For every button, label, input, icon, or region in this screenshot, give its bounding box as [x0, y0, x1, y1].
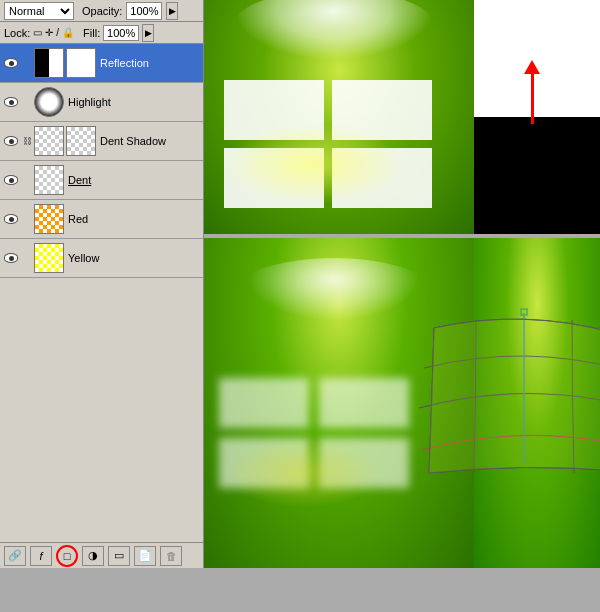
layer-thumb-dent [34, 165, 64, 195]
eye-icon-yellow[interactable] [4, 253, 18, 263]
thumb-area-highlight [34, 87, 64, 117]
chain-icon-dent-shadow: ⛓ [23, 136, 32, 146]
reflection-arc [234, 0, 434, 60]
layer-item-highlight[interactable]: Highlight [0, 83, 203, 122]
bl-yellow-glow [224, 438, 384, 508]
bl-square-2 [319, 378, 409, 428]
link-col-dent-shadow: ⛓ [20, 136, 34, 146]
layer-thumb-yellow [34, 243, 64, 273]
eye-col-highlight [2, 97, 20, 107]
arrow-head [524, 60, 540, 74]
canvas-bottom-right [474, 238, 600, 568]
link-layers-btn[interactable]: 🔗 [4, 546, 26, 566]
layer-thumb-reflection-main [66, 48, 96, 78]
eye-icon-dent-shadow[interactable] [4, 136, 18, 146]
lock-brush-icon[interactable]: / [56, 27, 59, 38]
fill-label: Fill: [83, 27, 100, 39]
delete-layer-btn[interactable]: 🗑 [160, 546, 182, 566]
fx-btn[interactable]: f [30, 546, 52, 566]
eye-icon-highlight[interactable] [4, 97, 18, 107]
adjustment-btn[interactable]: ◑ [82, 546, 104, 566]
eye-icon-reflection[interactable] [4, 58, 18, 68]
opacity-arrow-btn[interactable]: ▶ [166, 2, 178, 20]
fill-arrow-btn[interactable]: ▶ [142, 24, 154, 42]
eye-icon-red[interactable] [4, 214, 18, 224]
bl-highlight [234, 258, 434, 328]
lock-all-icon[interactable]: 🔒 [62, 27, 74, 38]
layer-thumb-highlight [34, 87, 64, 117]
lock-move-icon[interactable]: ✛ [45, 27, 53, 38]
new-layer-btn[interactable]: 📄 [134, 546, 156, 566]
lock-rect-icon[interactable]: ▭ [33, 27, 42, 38]
thumb-area-dent-shadow [34, 126, 96, 156]
layer-thumb-reflection-mask [34, 48, 64, 78]
yellow-glow-top [224, 124, 404, 204]
layer-name-reflection: Reflection [100, 57, 201, 69]
red-arrow [524, 60, 540, 124]
layer-name-red: Red [68, 213, 201, 225]
lock-toolbar: Lock: ▭ ✛ / 🔒 Fill: ▶ [0, 22, 203, 44]
canvas-top-left [204, 0, 474, 234]
thumb-area-reflection [34, 48, 96, 78]
eye-col-red [2, 214, 20, 224]
layer-thumb-dent-shadow-2 [66, 126, 96, 156]
layers-bottom-toolbar: 🔗 f □ ◑ ▭ 📄 🗑 [0, 542, 203, 568]
eye-col-yellow [2, 253, 20, 263]
layer-thumb-dent-shadow-1 [34, 126, 64, 156]
opacity-input[interactable] [126, 2, 162, 20]
layer-name-dent-shadow: Dent Shadow [100, 135, 201, 147]
group-btn[interactable]: ▭ [108, 546, 130, 566]
layer-item-red[interactable]: Red [0, 200, 203, 239]
mask-btn[interactable]: □ [56, 545, 78, 567]
warp-mesh-svg [414, 288, 600, 488]
eye-icon-dent[interactable] [4, 175, 18, 185]
layer-name-highlight: Highlight [68, 96, 201, 108]
bl-square-1 [219, 378, 309, 428]
layer-item-dent-shadow[interactable]: ⛓ Dent Shadow [0, 122, 203, 161]
layers-panel: Normal Opacity: ▶ Lock: ▭ ✛ / 🔒 Fill: ▶ … [0, 0, 204, 568]
eye-col-reflection [2, 58, 20, 68]
main-canvas [204, 0, 600, 568]
thumb-area-yellow [34, 243, 64, 273]
blend-toolbar: Normal Opacity: ▶ [0, 0, 203, 22]
arrow-shaft [531, 74, 534, 124]
opacity-label: Opacity: [82, 5, 122, 17]
lock-label: Lock: [4, 27, 30, 39]
layers-spacer [0, 278, 203, 542]
eye-col-dent-shadow [2, 136, 20, 146]
canvas-top-right [474, 0, 600, 234]
blend-mode-select[interactable]: Normal [4, 2, 74, 20]
fill-input[interactable] [103, 25, 139, 41]
layer-name-dent: Dent [68, 174, 201, 186]
layer-item-yellow[interactable]: Yellow [0, 239, 203, 278]
layer-name-yellow: Yellow [68, 252, 201, 264]
layer-thumb-red [34, 204, 64, 234]
thumb-area-dent [34, 165, 64, 195]
layer-item-reflection[interactable]: Reflection [0, 44, 203, 83]
thumb-area-red [34, 204, 64, 234]
eye-col-dent [2, 175, 20, 185]
layer-item-dent[interactable]: Dent [0, 161, 203, 200]
